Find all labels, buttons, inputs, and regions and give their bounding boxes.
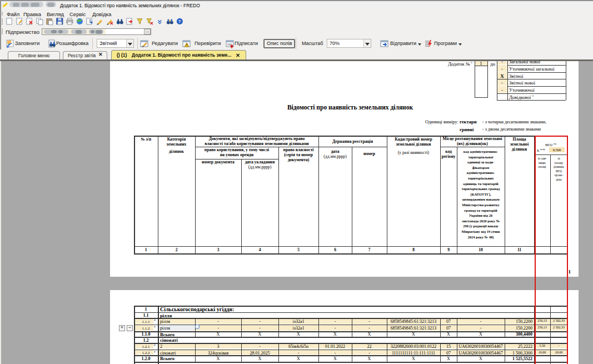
svg-text:3: 3 [89,19,91,23]
svg-text:?: ? [178,19,181,24]
